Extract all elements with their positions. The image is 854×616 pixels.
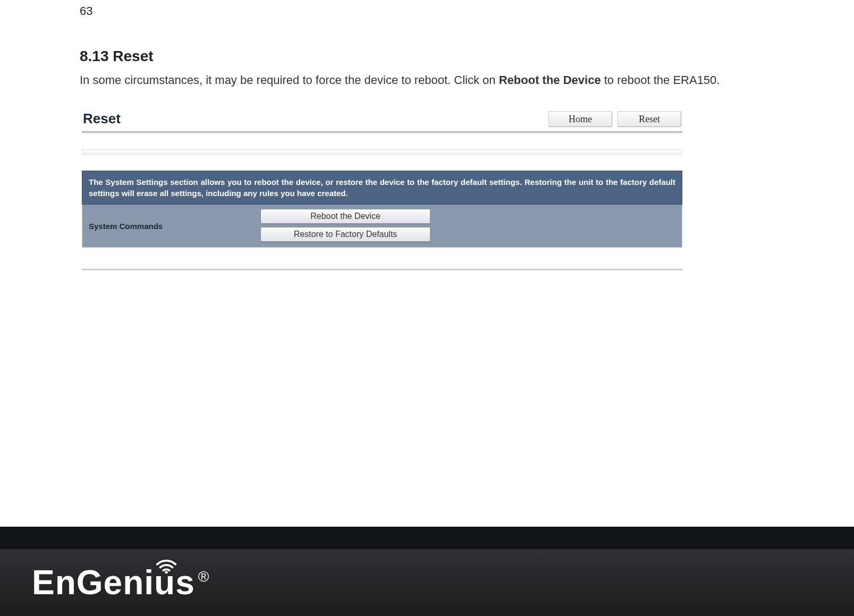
home-button[interactable]: Home	[548, 111, 612, 127]
header-rule	[82, 131, 682, 133]
reset-button[interactable]: Reset	[618, 111, 681, 127]
page-number: 63	[80, 4, 92, 18]
system-commands-row: System Commands Reboot the Device Restor…	[82, 205, 682, 248]
info-banner: The System Settings section allows you t…	[82, 171, 682, 205]
reboot-device-button[interactable]: Reboot the Device	[260, 209, 430, 224]
restore-defaults-button[interactable]: Restore to Factory Defaults	[260, 227, 430, 242]
intro-pre: In some circumstances, it may be require…	[80, 73, 499, 87]
page-content: 8.13 Reset In some circumstances, it may…	[80, 48, 774, 271]
intro-post: to reboot the ERA150.	[601, 73, 720, 87]
section-intro: In some circumstances, it may be require…	[80, 71, 774, 89]
ui-header: Reset Home Reset	[82, 111, 682, 129]
ui-nav: Home Reset	[548, 111, 681, 127]
commands-label: System Commands	[89, 222, 163, 231]
wifi-icon	[154, 549, 179, 573]
intro-bold: Reboot the Device	[499, 73, 601, 87]
commands-buttons-cell: Reboot the Device Restore to Factory Def…	[260, 205, 682, 247]
commands-label-cell: System Commands	[82, 205, 260, 247]
gap-row	[82, 149, 682, 171]
footer-main: EnGenius ®	[0, 549, 854, 616]
bottom-rule	[82, 269, 682, 271]
footer: EnGenius ®	[0, 527, 854, 616]
ui-title: Reset	[83, 111, 121, 127]
section-heading: 8.13 Reset	[80, 48, 774, 65]
brand-logo: EnGenius ®	[32, 563, 209, 602]
svg-point-0	[165, 571, 168, 573]
brand-registered: ®	[198, 568, 209, 585]
footer-top-bar	[0, 527, 854, 549]
reset-ui-panel: Reset Home Reset The System Settings sec…	[82, 111, 682, 271]
